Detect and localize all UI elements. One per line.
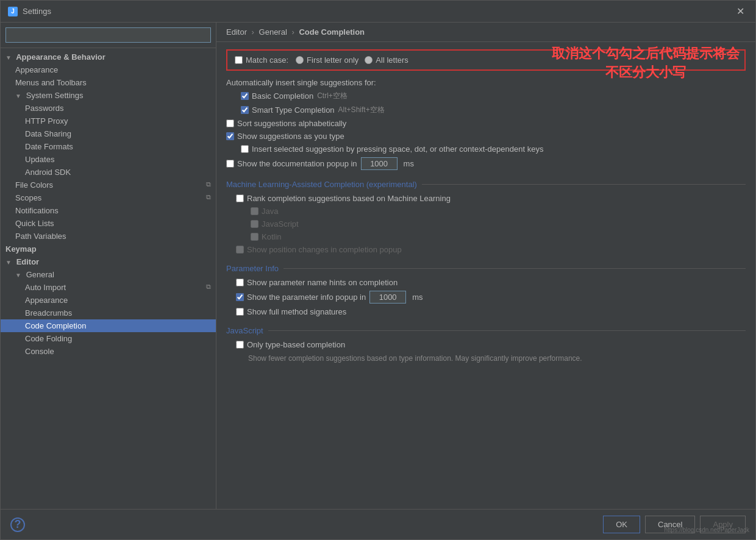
sidebar-item-console[interactable]: Console [1, 345, 216, 358]
show-doc-popup-checkbox[interactable] [226, 160, 234, 168]
sidebar-item-http-proxy[interactable]: HTTP Proxy [1, 115, 216, 127]
javascript-label[interactable]: JavaScript [251, 219, 299, 229]
only-type-based-checkbox[interactable] [236, 341, 244, 349]
show-param-hints-label[interactable]: Show parameter name hints on completion [236, 278, 398, 287]
rank-ml-checkbox[interactable] [236, 194, 244, 202]
sidebar-item-auto-import[interactable]: Auto Import ⧉ [1, 281, 216, 294]
insert-by-space-row: Insert selected suggestion by pressing s… [226, 144, 746, 154]
search-input[interactable] [5, 27, 211, 43]
smart-completion-label[interactable]: Smart Type Completion [241, 105, 335, 115]
sidebar-item-code-completion[interactable]: Code Completion [1, 319, 216, 332]
sidebar-item-data-sharing[interactable]: Data Sharing [1, 127, 216, 140]
ok-button[interactable]: OK [603, 516, 640, 533]
expand-icon: ▼ [5, 54, 13, 61]
sidebar-item-date-formats[interactable]: Date Formats [1, 140, 216, 153]
param-popup-input[interactable] [369, 291, 406, 304]
match-case-label[interactable]: Match case: [235, 55, 288, 65]
breadcrumb: Editor › General › Code Completion [216, 23, 755, 42]
title-bar: J Settings ✕ [1, 1, 755, 23]
sidebar-item-appearance-editor[interactable]: Appearance [1, 294, 216, 307]
show-position-label[interactable]: Show position changes in completion popu… [236, 245, 402, 254]
expand-icon-editor: ▼ [5, 259, 13, 266]
kotlin-row: Kotlin [226, 232, 746, 241]
sidebar-item-quick-lists[interactable]: Quick Lists [1, 217, 216, 230]
show-suggestions-label[interactable]: Show suggestions as you type [226, 132, 344, 141]
sidebar-item-passwords[interactable]: Passwords [1, 102, 216, 115]
kotlin-checkbox[interactable] [251, 233, 259, 241]
show-full-signatures-checkbox[interactable] [236, 308, 244, 316]
expand-icon-system: ▼ [15, 93, 23, 99]
rank-ml-label[interactable]: Rank completion suggestions based on Mac… [236, 194, 451, 203]
only-type-based-label[interactable]: Only type-based completion [236, 340, 345, 349]
sort-alphabetically-label[interactable]: Sort suggestions alphabetically [226, 119, 346, 128]
sidebar: ▼ Appearance & Behavior Appearance Menus… [1, 23, 216, 509]
show-param-popup-checkbox[interactable] [236, 293, 244, 301]
show-doc-popup-label[interactable]: Show the documentation popup in [226, 159, 357, 168]
all-letters-label[interactable]: All letters [365, 55, 408, 65]
sort-alphabetically-checkbox[interactable] [226, 119, 234, 127]
sidebar-item-notifications[interactable]: Notifications [1, 204, 216, 217]
watermark: https://blog.csdn.net/PaperJack [664, 527, 749, 533]
sidebar-item-appearance[interactable]: Appearance [1, 63, 216, 76]
ml-section-title: Machine Learning-Assisted Completion (ex… [226, 180, 746, 189]
sidebar-item-editor[interactable]: ▼ Editor [1, 255, 216, 268]
javascript-checkbox[interactable] [251, 220, 259, 228]
section-line-param [284, 268, 746, 269]
first-letter-radio[interactable] [296, 56, 304, 64]
show-param-hints-checkbox[interactable] [236, 279, 244, 286]
java-label[interactable]: Java [251, 207, 278, 216]
footer: ? OK Cancel Apply [1, 509, 755, 539]
sidebar-item-path-variables[interactable]: Path Variables [1, 230, 216, 243]
sidebar-item-scopes[interactable]: Scopes ⧉ [1, 191, 216, 204]
show-doc-popup-row: Show the documentation popup in ms [226, 157, 746, 170]
sidebar-item-appearance-behavior[interactable]: ▼ Appearance & Behavior [1, 51, 216, 63]
sidebar-item-menus-toolbars[interactable]: Menus and Toolbars [1, 76, 216, 89]
only-type-based-desc: Show fewer completion suggestions based … [226, 353, 746, 364]
sidebar-item-updates[interactable]: Updates [1, 153, 216, 166]
window-title: Settings [23, 7, 51, 16]
section-line-ml [422, 184, 746, 185]
show-position-row: Show position changes in completion popu… [226, 245, 746, 254]
radio-group-match: First letter only All letters [296, 55, 408, 65]
sidebar-item-system-settings[interactable]: ▼ System Settings [1, 89, 216, 102]
kotlin-label[interactable]: Kotlin [251, 232, 282, 241]
basic-completion-checkbox[interactable] [241, 92, 249, 100]
settings-content: Match case: First letter only All letter… [216, 42, 755, 509]
basic-completion-row: Basic Completion Ctrl+空格 [226, 91, 746, 101]
smart-completion-checkbox[interactable] [241, 106, 249, 114]
settings-dialog: J Settings ✕ ▼ Appearance & Behavior App… [0, 0, 756, 540]
insert-by-space-label[interactable]: Insert selected suggestion by pressing s… [241, 144, 543, 154]
sidebar-item-android-sdk[interactable]: Android SDK [1, 166, 216, 179]
param-info-section-title: Parameter Info [226, 264, 746, 273]
sort-alphabetically-row: Sort suggestions alphabetically [226, 119, 746, 128]
match-case-checkbox[interactable] [235, 56, 243, 64]
show-param-popup-label[interactable]: Show the parameter info popup in [236, 293, 366, 302]
doc-popup-input[interactable] [361, 157, 398, 170]
sidebar-item-breadcrumbs[interactable]: Breadcrumbs [1, 307, 216, 319]
smart-completion-row: Smart Type Completion Alt+Shift+空格 [226, 105, 746, 115]
java-checkbox[interactable] [251, 207, 259, 215]
copy-icon-auto-import: ⧉ [206, 283, 211, 291]
sidebar-item-file-colors[interactable]: File Colors ⧉ [1, 179, 216, 191]
main-content: ▼ Appearance & Behavior Appearance Menus… [1, 23, 755, 509]
sidebar-item-general[interactable]: ▼ General [1, 268, 216, 281]
first-letter-label[interactable]: First letter only [296, 55, 358, 65]
sidebar-item-code-folding[interactable]: Code Folding [1, 332, 216, 345]
all-letters-radio[interactable] [365, 56, 373, 64]
help-button[interactable]: ? [10, 517, 25, 532]
show-param-popup-row: Show the parameter info popup in ms [226, 291, 746, 304]
show-full-signatures-label[interactable]: Show full method signatures [236, 307, 346, 316]
close-button[interactable]: ✕ [733, 4, 748, 18]
java-row: Java [226, 207, 746, 216]
copy-icon: ⧉ [206, 180, 211, 188]
insert-by-space-checkbox[interactable] [241, 145, 249, 153]
show-suggestions-checkbox[interactable] [226, 132, 234, 140]
sidebar-item-keymap[interactable]: Keymap [1, 243, 216, 255]
sidebar-tree: ▼ Appearance & Behavior Appearance Menus… [1, 48, 216, 509]
annotation-text: 取消这个勾勾之后代码提示将会不区分大小写 [548, 44, 743, 82]
show-suggestions-row: Show suggestions as you type [226, 132, 746, 141]
basic-completion-label[interactable]: Basic Completion [241, 91, 313, 101]
show-position-checkbox[interactable] [236, 246, 244, 254]
js-section-title: JavaScript [226, 326, 746, 335]
show-param-hints-row: Show parameter name hints on completion [226, 278, 746, 287]
